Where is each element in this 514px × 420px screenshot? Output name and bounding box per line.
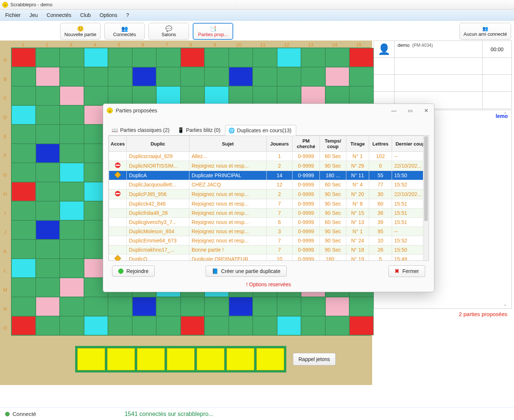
board-cell[interactable] (349, 67, 374, 86)
board-cell[interactable] (301, 67, 325, 86)
board-cell[interactable] (36, 297, 60, 316)
board-cell[interactable] (277, 48, 301, 67)
board-cell[interactable] (253, 86, 277, 105)
board-cell[interactable] (36, 144, 60, 163)
board-cell[interactable] (229, 297, 253, 316)
rack-tile[interactable] (256, 348, 284, 370)
board-cell[interactable] (325, 48, 350, 67)
board-cell[interactable] (204, 316, 229, 335)
board-cell[interactable] (325, 316, 350, 335)
board-cell[interactable] (253, 67, 277, 86)
rack-tile[interactable] (77, 348, 105, 370)
board-cell[interactable] (181, 297, 205, 316)
board-cell[interactable] (229, 48, 253, 67)
board-cell[interactable] (349, 316, 374, 335)
table-row[interactable]: Duplicfrida48_28Rejoignez nous et resp..… (109, 209, 429, 218)
board-cell[interactable] (11, 86, 36, 105)
board-cell[interactable] (84, 316, 108, 335)
table-row[interactable]: DuplicJacquouillett...CHEZ JACQ120-99996… (109, 180, 429, 189)
board-cell[interactable] (204, 297, 229, 316)
board-cell[interactable] (301, 86, 325, 105)
board-cell[interactable] (60, 48, 84, 67)
th-temps[interactable]: Temps/ coup (320, 136, 346, 152)
tile-rack[interactable] (75, 346, 286, 372)
board-cell[interactable] (60, 144, 84, 163)
board-cell[interactable] (156, 86, 181, 105)
board-cell[interactable] (132, 297, 157, 316)
board-cell[interactable] (60, 239, 84, 259)
board-cell[interactable] (60, 125, 84, 144)
board-cell[interactable] (36, 86, 60, 105)
table-row[interactable]: Duplicgivenchy3_7...Rejoignez nous et re… (109, 218, 429, 227)
board-cell[interactable] (181, 48, 205, 67)
board-cell[interactable] (108, 86, 132, 105)
dialog-titlebar[interactable]: ☺ Parties proposées — ▭ ✕ (103, 104, 434, 117)
board-cell[interactable] (36, 220, 60, 239)
board-cell[interactable] (11, 316, 36, 335)
board-cell[interactable] (11, 163, 36, 182)
board-cell[interactable] (325, 67, 350, 86)
board-cell[interactable] (108, 297, 132, 316)
rack-tile[interactable] (167, 348, 195, 370)
board-cell[interactable] (204, 67, 229, 86)
rack-tile[interactable] (137, 348, 165, 370)
board-cell[interactable] (229, 67, 253, 86)
chevron-down-icon[interactable]: ⌄ (503, 302, 510, 307)
board-cell[interactable] (204, 86, 229, 105)
minimize-button[interactable]: — (390, 108, 398, 113)
th-pm[interactable]: PM cherché (293, 136, 320, 152)
table-row[interactable]: Duplicmakhno17_...Bonne partie !70-99999… (109, 245, 429, 255)
board-cell[interactable] (36, 125, 60, 144)
board-cell[interactable] (36, 105, 60, 125)
board-cell[interactable] (60, 278, 84, 297)
table-row[interactable]: DuplicADuplicate PRINCIPAL140-9999180 ..… (109, 171, 429, 180)
board-cell[interactable] (60, 67, 84, 86)
board-cell[interactable] (36, 259, 60, 278)
board-cell[interactable] (84, 48, 108, 67)
board-cell[interactable] (156, 48, 181, 67)
board-cell[interactable] (108, 67, 132, 86)
board-cell[interactable] (36, 278, 60, 297)
menu-item-0[interactable]: Fichier (5, 12, 21, 18)
board-cell[interactable] (132, 67, 157, 86)
board-cell[interactable] (108, 48, 132, 67)
board-cell[interactable] (277, 67, 301, 86)
join-button[interactable]: Rejoindre (112, 266, 155, 277)
maximize-button[interactable]: ▭ (406, 108, 414, 113)
board-cell[interactable] (156, 67, 181, 86)
board-cell[interactable] (181, 86, 205, 105)
board-cell[interactable] (11, 297, 36, 316)
board-cell[interactable] (36, 163, 60, 182)
board-cell[interactable] (301, 316, 325, 335)
board-cell[interactable] (60, 163, 84, 182)
board-cell[interactable] (60, 105, 84, 125)
board-cell[interactable] (253, 48, 277, 67)
board-cell[interactable] (36, 182, 60, 201)
connected-button[interactable]: 👥 Connectés (104, 23, 145, 40)
proposed-games-button[interactable]: 📑 Parties prop... (193, 23, 233, 40)
board-cell[interactable] (60, 297, 84, 316)
recall-tiles-button[interactable]: Rappel jetons (293, 353, 336, 365)
rack-tile[interactable] (227, 348, 254, 370)
scrollbar-thumb[interactable] (424, 136, 428, 221)
menu-item-1[interactable]: Jeu (29, 12, 38, 18)
board-cell[interactable] (11, 48, 36, 67)
board-cell[interactable] (11, 220, 36, 239)
rack-tile[interactable] (107, 348, 135, 370)
board-cell[interactable] (60, 201, 84, 220)
board-cell[interactable] (108, 316, 132, 335)
board-cell[interactable] (60, 316, 84, 335)
close-button[interactable]: ✖ Fermer (388, 265, 425, 277)
board-cell[interactable] (277, 297, 301, 316)
board-cell[interactable] (36, 201, 60, 220)
board-cell[interactable] (11, 239, 36, 259)
menu-item-4[interactable]: Options (99, 12, 117, 18)
th-tirage[interactable]: Tirage (346, 136, 369, 152)
board-cell[interactable] (349, 86, 374, 105)
board-cell[interactable] (36, 239, 60, 259)
table-row[interactable]: DuplicEmmie64_673Rejoignez nous et resp.… (109, 236, 429, 245)
board-cell[interactable] (36, 67, 60, 86)
table-row[interactable]: Duplicscraajul_929Allez...10-999960 SecN… (109, 152, 429, 161)
board-cell[interactable] (132, 316, 157, 335)
board-cell[interactable] (11, 125, 36, 144)
